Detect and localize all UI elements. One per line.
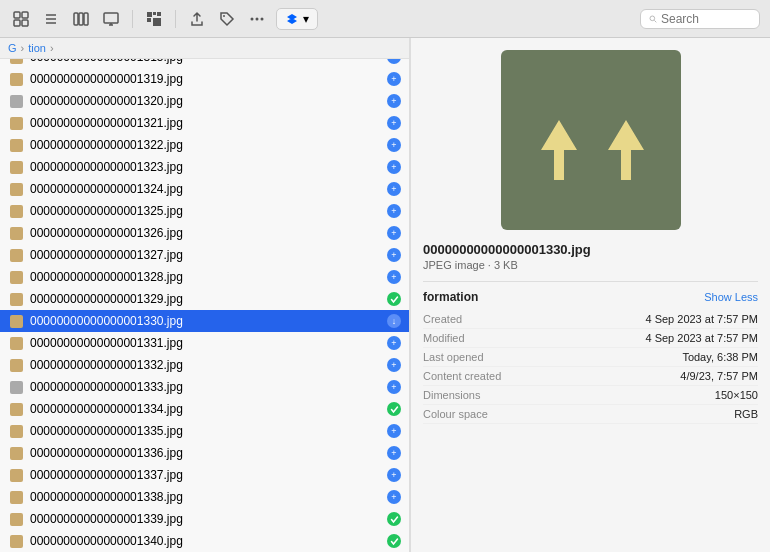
dropbox-label: ▾	[303, 12, 309, 26]
dropbox-button[interactable]: ▾	[276, 8, 318, 30]
file-status-1335: +	[387, 424, 401, 438]
svg-rect-10	[104, 13, 118, 23]
file-item-1319[interactable]: 00000000000000001319.jpg+	[0, 68, 409, 90]
svg-rect-16	[147, 18, 151, 22]
file-icon-1340	[8, 533, 24, 549]
file-icon-1319	[8, 71, 24, 87]
file-status-1337: +	[387, 468, 401, 482]
file-item-1320[interactable]: 00000000000000001320.jpg+	[0, 90, 409, 112]
file-name-1324: 00000000000000001324.jpg	[30, 182, 381, 196]
file-item-1325[interactable]: 00000000000000001325.jpg+	[0, 200, 409, 222]
info-rows: Created4 Sep 2023 at 7:57 PMModified4 Se…	[423, 310, 758, 424]
file-status-1320: +	[387, 94, 401, 108]
breadcrumb-item-2[interactable]: tion	[28, 42, 46, 54]
grid-icon[interactable]	[10, 8, 32, 30]
file-item-1330[interactable]: 00000000000000001330.jpg↓	[0, 310, 409, 332]
file-item-1335[interactable]: 00000000000000001335.jpg+	[0, 420, 409, 442]
share-icon[interactable]	[186, 8, 208, 30]
file-item-1332[interactable]: 00000000000000001332.jpg+	[0, 354, 409, 376]
breadcrumb-arrow-2: ›	[50, 42, 54, 54]
file-icon-1315	[8, 59, 24, 65]
svg-rect-7	[74, 13, 78, 25]
more-icon[interactable]	[246, 8, 268, 30]
file-item-1329[interactable]: 00000000000000001329.jpg	[0, 288, 409, 310]
arrow-sign	[536, 90, 646, 190]
svg-point-19	[251, 17, 254, 20]
file-name-1327: 00000000000000001327.jpg	[30, 248, 381, 262]
file-icon-1322	[8, 137, 24, 153]
monitor-icon[interactable]	[100, 8, 122, 30]
preview-image-container	[423, 50, 758, 230]
main-content: G › tion › 00000000000000001315.jpg+0000…	[0, 38, 770, 552]
svg-point-20	[256, 17, 259, 20]
file-item-1327[interactable]: 00000000000000001327.jpg+	[0, 244, 409, 266]
separator-2	[175, 10, 176, 28]
info-row-value: Today, 6:38 PM	[523, 351, 758, 363]
file-name-1320: 00000000000000001320.jpg	[30, 94, 381, 108]
show-less-button[interactable]: Show Less	[704, 291, 758, 303]
file-icon-1320	[8, 93, 24, 109]
list-icon[interactable]	[40, 8, 62, 30]
columns-icon[interactable]	[70, 8, 92, 30]
file-icon-1335	[8, 423, 24, 439]
tag-icon[interactable]	[216, 8, 238, 30]
file-name-1340: 00000000000000001340.jpg	[30, 534, 381, 548]
file-item-1321[interactable]: 00000000000000001321.jpg+	[0, 112, 409, 134]
file-status-1326: +	[387, 226, 401, 240]
file-icon-1334	[8, 401, 24, 417]
grid2-icon[interactable]	[143, 8, 165, 30]
file-item-1322[interactable]: 00000000000000001322.jpg+	[0, 134, 409, 156]
file-item-1333[interactable]: 00000000000000001333.jpg+	[0, 376, 409, 398]
file-item-1340[interactable]: 00000000000000001340.jpg	[0, 530, 409, 552]
file-item-1337[interactable]: 00000000000000001337.jpg+	[0, 464, 409, 486]
search-input[interactable]	[661, 12, 751, 26]
file-name-1322: 00000000000000001322.jpg	[30, 138, 381, 152]
file-status-1323: +	[387, 160, 401, 174]
file-icon-1321	[8, 115, 24, 131]
file-icon-1326	[8, 225, 24, 241]
file-icon-1329	[8, 291, 24, 307]
file-status-1321: +	[387, 116, 401, 130]
svg-rect-2	[14, 20, 20, 26]
info-row-label: Dimensions	[423, 389, 523, 401]
file-item-1334[interactable]: 00000000000000001334.jpg	[0, 398, 409, 420]
file-item-1331[interactable]: 00000000000000001331.jpg+	[0, 332, 409, 354]
info-row: Modified4 Sep 2023 at 7:57 PM	[423, 329, 758, 348]
separator-1	[132, 10, 133, 28]
info-row-label: Last opened	[423, 351, 523, 363]
file-item-1336[interactable]: 00000000000000001336.jpg+	[0, 442, 409, 464]
file-status-1325: +	[387, 204, 401, 218]
info-row: Dimensions150×150	[423, 386, 758, 405]
svg-rect-9	[84, 13, 88, 25]
file-status-1339	[387, 512, 401, 526]
file-item-1328[interactable]: 00000000000000001328.jpg+	[0, 266, 409, 288]
file-icon-1332	[8, 357, 24, 373]
file-icon-1337	[8, 467, 24, 483]
file-name-1325: 00000000000000001325.jpg	[30, 204, 381, 218]
info-row-value: 150×150	[523, 389, 758, 401]
svg-marker-24	[541, 120, 577, 180]
file-icon-1331	[8, 335, 24, 351]
info-row-label: Colour space	[423, 408, 523, 420]
svg-rect-17	[153, 18, 161, 26]
file-item-1323[interactable]: 00000000000000001323.jpg+	[0, 156, 409, 178]
search-bar[interactable]	[640, 9, 760, 29]
file-item-1338[interactable]: 00000000000000001338.jpg+	[0, 486, 409, 508]
file-item-1315[interactable]: 00000000000000001315.jpg+	[0, 59, 409, 68]
file-status-1333: +	[387, 380, 401, 394]
file-name-1326: 00000000000000001326.jpg	[30, 226, 381, 240]
file-status-1338: +	[387, 490, 401, 504]
file-browser: G › tion › 00000000000000001315.jpg+0000…	[0, 38, 410, 552]
file-status-1331: +	[387, 336, 401, 350]
file-item-1326[interactable]: 00000000000000001326.jpg+	[0, 222, 409, 244]
info-row-value: 4 Sep 2023 at 7:57 PM	[523, 313, 758, 325]
file-item-1324[interactable]: 00000000000000001324.jpg+	[0, 178, 409, 200]
breadcrumb-item-1[interactable]: G	[8, 42, 17, 54]
info-row: Created4 Sep 2023 at 7:57 PM	[423, 310, 758, 329]
file-name-1333: 00000000000000001333.jpg	[30, 380, 381, 394]
info-title: formation	[423, 290, 478, 304]
file-item-1339[interactable]: 00000000000000001339.jpg	[0, 508, 409, 530]
file-name-1335: 00000000000000001335.jpg	[30, 424, 381, 438]
file-name-1321: 00000000000000001321.jpg	[30, 116, 381, 130]
svg-rect-15	[157, 12, 161, 16]
